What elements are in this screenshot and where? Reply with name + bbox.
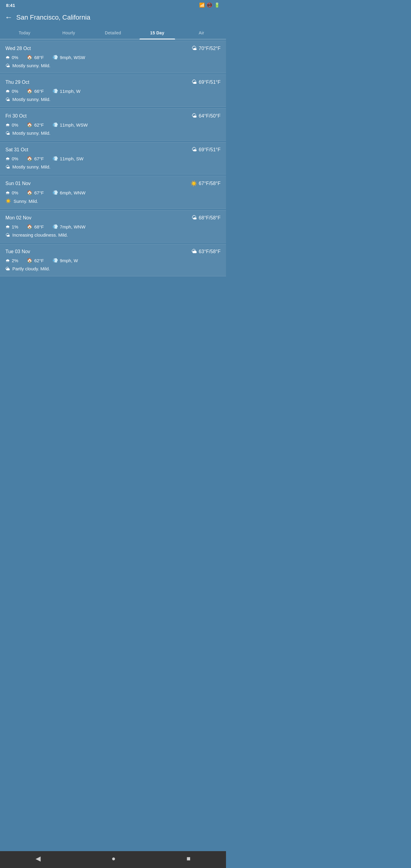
day-card[interactable]: Thu 29 Oct 🌤 69°F/51°F 🌧 0% 🏠 66°F 💨 11 [0, 74, 226, 107]
precip-item: 🌧 0% [5, 89, 19, 94]
day-card[interactable]: Fri 30 Oct 🌤 64°F/50°F 🌧 0% 🏠 62°F 💨 11 [0, 108, 226, 141]
feels-like: 62°F [34, 122, 44, 127]
temp-range: 🌤 69°F/51°F [192, 147, 221, 153]
day-date: Fri 30 Oct [5, 113, 27, 119]
temp-high: 69°F/51°F [199, 80, 221, 85]
precip-item: 🌧 0% [5, 122, 19, 127]
temp-high: 64°F/50°F [199, 113, 221, 119]
temp-range: 🌤 68°F/58°F [192, 215, 221, 221]
description-row: 🌤 Mostly sunny. Mild. [5, 130, 221, 135]
feels-like-item: 🏠 62°F [27, 258, 44, 263]
tab-15day[interactable]: 15 Day [135, 27, 179, 39]
description-icon: 🌤 [5, 63, 10, 68]
day-card[interactable]: Wed 28 Oct 🌤 70°F/52°F 🌧 0% 🏠 68°F 💨 9m [0, 41, 226, 73]
feels-like-item: 🏠 68°F [27, 224, 44, 229]
day-details: 🌧 0% 🏠 62°F 💨 11mph, WSW [5, 122, 221, 127]
wind-icon: 💨 [53, 156, 58, 161]
feels-like-item: 🏠 67°F [27, 156, 44, 161]
weather-icon-header: 🌤 [192, 147, 197, 153]
precip-chance: 0% [12, 89, 19, 94]
precip-chance: 2% [12, 258, 19, 263]
day-details: 🌧 0% 🏠 67°F 💨 11mph, SW [5, 156, 221, 161]
precip-item: 🌧 0% [5, 190, 19, 195]
page-title: San Francisco, California [16, 13, 90, 22]
house-icon: 🏠 [27, 122, 33, 127]
day-date: Mon 02 Nov [5, 215, 31, 221]
back-button[interactable]: ← [5, 13, 13, 22]
temp-high: 70°F/52°F [199, 46, 221, 51]
precip-chance: 0% [12, 122, 19, 127]
days-list: Wed 28 Oct 🌤 70°F/52°F 🌧 0% 🏠 68°F 💨 9m [0, 41, 226, 276]
tab-detailed[interactable]: Detailed [91, 27, 135, 39]
feels-like-item: 🏠 68°F [27, 55, 44, 60]
weather-icon-header: 🌤 [192, 79, 197, 85]
day-description: Mostly sunny. Mild. [12, 97, 50, 102]
day-description: Mostly sunny. Mild. [12, 63, 50, 68]
weather-icon-header: 🌤 [192, 45, 197, 52]
description-icon: 🌤 [5, 164, 10, 169]
day-details: 🌧 0% 🏠 66°F 💨 11mph, W [5, 88, 221, 94]
tab-hourly[interactable]: Hourly [47, 27, 91, 39]
wind-item: 💨 9mph, W [53, 258, 78, 263]
day-date: Tue 03 Nov [5, 249, 30, 254]
day-card[interactable]: Sat 31 Oct 🌤 69°F/51°F 🌧 0% 🏠 67°F 💨 11 [0, 142, 226, 175]
temp-range: 🌤 64°F/50°F [192, 113, 221, 119]
day-header: Wed 28 Oct 🌤 70°F/52°F [5, 45, 221, 52]
feels-like-item: 🏠 67°F [27, 190, 44, 195]
day-description: Increasing cloudiness. Mild. [12, 232, 68, 238]
day-description: Sunny. Mild. [13, 198, 38, 204]
wind-icon: 💨 [53, 55, 58, 60]
wind-item: 💨 6mph, WNW [53, 190, 86, 195]
rain-icon: 🌧 [5, 55, 10, 60]
day-header: Sun 01 Nov ☀️ 67°F/58°F [5, 180, 221, 187]
day-card[interactable]: Mon 02 Nov 🌤 68°F/58°F 🌧 1% 🏠 68°F 💨 7m [0, 210, 226, 243]
feels-like: 68°F [34, 224, 44, 229]
feels-like: 66°F [34, 89, 44, 94]
feels-like: 62°F [34, 258, 44, 263]
day-details: 🌧 1% 🏠 68°F 💨 7mph, WNW [5, 224, 221, 229]
day-details: 🌧 2% 🏠 62°F 💨 9mph, W [5, 258, 221, 263]
day-details: 🌧 0% 🏠 68°F 💨 9mph, WSW [5, 55, 221, 60]
wind-icon: 💨 [53, 88, 58, 94]
header: ← San Francisco, California [0, 9, 226, 27]
weather-icon-header: 🌤 [192, 215, 197, 221]
precip-item: 🌧 1% [5, 224, 19, 229]
house-icon: 🏠 [27, 156, 33, 161]
precip-chance: 0% [12, 55, 19, 60]
temp-range: 🌤 69°F/51°F [192, 79, 221, 85]
battery-icon: 🔋 [214, 2, 220, 8]
temp-high: 69°F/51°F [199, 147, 221, 153]
wind-speed: 11mph, W [60, 89, 81, 94]
day-card[interactable]: Tue 03 Nov 🌥 63°F/58°F 🌧 2% 🏠 62°F 💨 9m [0, 244, 226, 276]
day-date: Sun 01 Nov [5, 181, 31, 186]
rain-icon: 🌧 [5, 224, 10, 229]
description-row: 🌤 Mostly sunny. Mild. [5, 164, 221, 169]
wind-item: 💨 7mph, WNW [53, 224, 86, 229]
house-icon: 🏠 [27, 224, 33, 229]
temp-range: 🌥 63°F/58°F [192, 248, 221, 255]
temp-high: 63°F/58°F [199, 249, 221, 254]
weather-icon-header: 🌤 [192, 113, 197, 119]
description-icon: 🌤 [5, 232, 10, 238]
feels-like: 68°F [34, 55, 44, 60]
tab-today[interactable]: Today [2, 27, 47, 39]
description-row: 🌥 Partly cloudy. Mild. [5, 266, 221, 271]
description-row: 🌤 Mostly sunny. Mild. [5, 63, 221, 68]
day-card[interactable]: Sun 01 Nov ☀️ 67°F/58°F 🌧 0% 🏠 67°F 💨 6m [0, 176, 226, 209]
rain-icon: 🌧 [5, 190, 10, 195]
weather-icon-header: ☀️ [190, 180, 197, 187]
day-header: Sat 31 Oct 🌤 69°F/51°F [5, 147, 221, 153]
description-row: ☀️ Sunny. Mild. [5, 198, 221, 204]
temp-range: ☀️ 67°F/58°F [190, 180, 221, 187]
precip-item: 🌧 2% [5, 258, 19, 263]
tab-air[interactable]: Air [179, 27, 224, 39]
feels-like-item: 🏠 66°F [27, 88, 44, 94]
wind-icon: 💨 [53, 224, 58, 229]
day-header: Tue 03 Nov 🌥 63°F/58°F [5, 248, 221, 255]
wifi-icon: 📶 [199, 2, 205, 8]
feels-like: 67°F [34, 190, 44, 195]
wind-speed: 9mph, W [60, 258, 78, 263]
precip-chance: 0% [12, 190, 19, 195]
house-icon: 🏠 [27, 88, 33, 94]
day-date: Thu 29 Oct [5, 80, 29, 85]
